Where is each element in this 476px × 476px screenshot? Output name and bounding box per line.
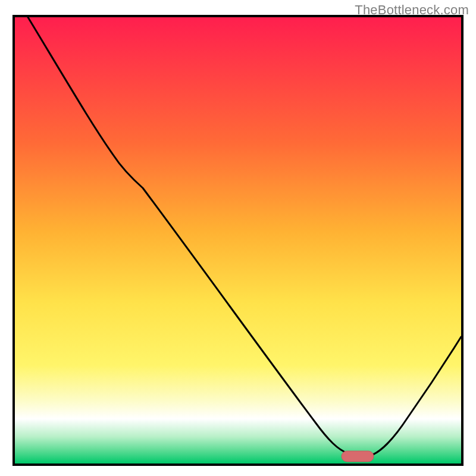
bottleneck-gradient-chart <box>0 0 476 476</box>
plot-background <box>15 17 461 464</box>
optimal-marker <box>342 451 374 462</box>
watermark-text: TheBottleneck.com <box>355 2 469 18</box>
chart-container: TheBottleneck.com <box>0 0 476 476</box>
